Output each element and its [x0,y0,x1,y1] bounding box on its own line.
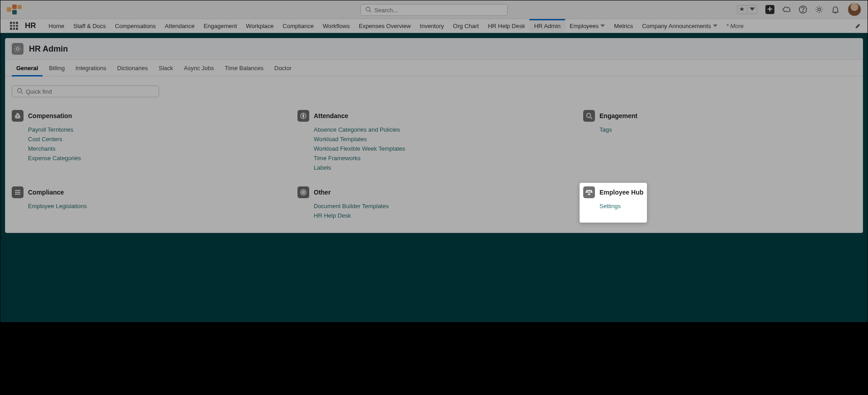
nav-item-staff-docs[interactable]: Staff & Docs [69,19,110,33]
nav-item-engagement[interactable]: Engagement [199,19,241,33]
settings-group-title: Engagement [599,112,637,119]
settings-link-hr-help-desk[interactable]: HR Help Desk [314,212,571,219]
global-add-button[interactable] [765,5,774,14]
help-button[interactable] [799,5,807,14]
admin-panel: HR Admin GeneralBillingIntegrationsDicti… [5,38,863,233]
nav-item-label: Attendance [165,23,195,29]
panel-header: HR Admin [5,38,863,60]
magnifier-icon [583,110,595,122]
global-search-input[interactable] [374,7,503,14]
scales-icon [583,186,595,198]
nav-more-button[interactable]: * More [722,19,750,33]
tab-integrations[interactable]: Integrations [71,60,111,76]
nav-item-label: Staff & Docs [73,23,106,29]
nav-item-label: Compliance [283,23,314,29]
settings-link-tags[interactable]: Tags [599,126,856,133]
gear-icon [12,43,24,55]
tab-general[interactable]: General [12,60,42,76]
nav-item-label: Org Chart [453,23,479,29]
svg-marker-2 [740,6,745,11]
settings-group-title: Compensation [28,112,72,119]
search-icon [17,88,23,95]
app-launcher-button[interactable] [9,19,19,33]
nav-item-employees[interactable]: Employees [565,19,609,33]
settings-link-payroll-territories[interactable]: Payroll Territories [28,126,285,133]
edit-nav-button[interactable] [855,19,861,33]
money-bag-icon: $ [12,110,24,122]
svg-point-7 [802,11,803,12]
settings-group-engagement: EngagementTags [583,110,856,171]
nav-item-metrics[interactable]: Metrics [609,19,637,33]
nav-item-label: Engagement [203,23,237,29]
svg-rect-22 [15,194,20,195]
settings-link-settings[interactable]: Settings [599,203,643,209]
settings-link-labels[interactable]: Labels [314,164,571,171]
nav-item-hr-help-desk[interactable]: HR Help Desk [483,19,529,33]
nav-item-company-announcements[interactable]: Company Announcements [637,19,722,33]
tab-time-balances[interactable]: Time Balances [220,60,268,76]
nav-item-label: HR Admin [534,23,561,29]
nav-item-label: Employees [570,23,599,29]
settings-link-time-frameworks[interactable]: Time Frameworks [314,155,571,162]
settings-link-workload-flexible-week-templates[interactable]: Workload Flexible Week Templates [314,145,571,152]
panel-tabs: GeneralBillingIntegrationsDictionariesSl… [5,60,863,76]
svg-line-1 [370,10,372,12]
plus-icon [767,6,773,13]
salesforce-cloud-button[interactable] [783,5,791,14]
settings-link-merchants[interactable]: Merchants [28,145,285,152]
svg-marker-3 [750,7,755,10]
svg-line-19 [590,117,592,119]
nav-item-home[interactable]: Home [44,19,69,33]
nav-item-hr-admin[interactable]: HR Admin [529,19,565,33]
tab-async-jobs[interactable]: Async Jobs [179,60,218,76]
nav-item-attendance[interactable]: Attendance [160,19,199,33]
target-icon [297,186,309,198]
notifications-button[interactable] [831,5,840,14]
nav-item-label: Company Announcements [642,23,711,29]
star-icon [739,6,745,13]
chevron-down-icon [599,23,605,29]
nav-item-label: Expenses Overview [359,23,411,29]
svg-line-14 [21,92,23,94]
tab-dictionaries[interactable]: Dictionaries [113,60,152,76]
nav-item-org-chart[interactable]: Org Chart [448,19,483,33]
tab-billing[interactable]: Billing [44,60,69,76]
nav-item-workflows[interactable]: Workflows [318,19,354,33]
settings-group-attendance: AttendanceAbsence Categories and Policie… [297,110,571,171]
favorites-button[interactable] [737,5,757,14]
settings-link-expense-categories[interactable]: Expense Categories [28,155,285,162]
nav-item-label: Workflows [323,23,350,29]
nav-item-expenses-overview[interactable]: Expenses Overview [354,19,415,33]
compass-icon [297,110,309,122]
nav-item-inventory[interactable]: Inventory [415,19,448,33]
svg-marker-10 [713,24,717,27]
quick-find-wrap[interactable] [12,86,159,97]
global-search[interactable] [360,4,508,16]
settings-group-employee-hub: Employee HubSettings [580,183,647,223]
chevron-down-icon [711,23,717,29]
panel-title: HR Admin [29,44,68,54]
nav-item-label: Workplace [246,23,274,29]
user-avatar[interactable] [848,3,861,16]
svg-rect-20 [15,190,20,191]
settings-link-employee-legislations[interactable]: Employee Legislations [28,203,285,209]
settings-link-absence-categories-and-policies[interactable]: Absence Categories and Policies [314,126,571,133]
settings-group-title: Attendance [314,112,348,119]
settings-group-compliance: ComplianceEmployee Legislations [12,186,285,219]
svg-point-12 [16,48,19,50]
tab-doctor[interactable]: Doctor [270,60,296,76]
search-icon [365,6,372,14]
nav-item-compliance[interactable]: Compliance [278,19,318,33]
tab-slack[interactable]: Slack [154,60,178,76]
nav-item-workplace[interactable]: Workplace [241,19,278,33]
settings-link-cost-centers[interactable]: Cost Centers [28,136,285,143]
nav-item-label: Inventory [420,23,444,29]
settings-link-workload-templates[interactable]: Workload Templates [314,136,571,143]
nav-item-compensations[interactable]: Compensations [110,19,160,33]
nav-item-label: Metrics [614,23,633,29]
quick-find-input[interactable] [26,88,154,95]
global-header [0,0,868,19]
svg-point-8 [818,8,821,11]
settings-link-document-builder-templates[interactable]: Document Builder Templates [314,203,571,209]
setup-gear-button[interactable] [815,5,823,14]
